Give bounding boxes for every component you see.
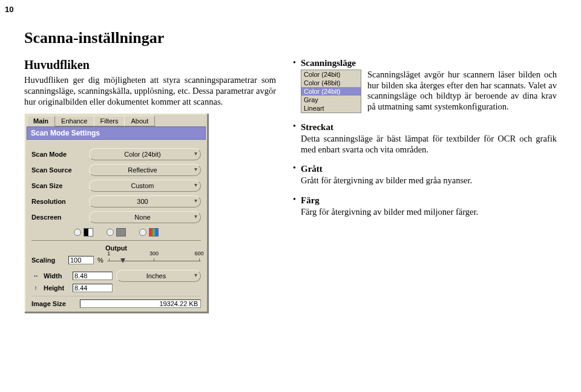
scan-mode-label: Scan Mode [31,151,89,158]
list-item-selected[interactable]: Color (24bit) [301,87,361,96]
width-label: Width [44,272,69,279]
bw-swatch-icon [84,228,93,237]
tick-1: 1 [107,250,110,256]
list-item[interactable]: Lineart [301,104,361,113]
scanningslage-title: Scanningsläge [301,58,557,68]
height-label: Height [44,284,69,292]
descreen-label: Descreen [31,214,89,221]
scan-source-label: Scan Source [31,166,89,174]
tab-main[interactable]: Main [27,116,55,126]
gray-swatch-icon [116,228,126,237]
width-input[interactable]: 8.48 [73,272,113,280]
list-item[interactable]: Color (24bit) [301,70,361,79]
streckat-text: Detta scanningsläge är bäst lämpat för t… [301,134,557,155]
intro-paragraph: Huvudfliken ger dig möjligheten att styr… [24,74,276,107]
bullet-icon: • [293,122,296,155]
page-title: Scanna-inställningar [24,29,557,47]
image-size-value: 19324.22 KB [80,299,201,308]
radio-bw[interactable] [74,228,93,237]
scanningslage-text: Scanningsläget avgör hur scannern läser … [367,70,557,113]
scaling-slider[interactable]: 1 300 600 [107,255,201,265]
scan-mode-options-list: Color (24bit) Color (48bit) Color (24bit… [301,70,361,113]
tick-300: 300 [149,250,159,256]
list-item[interactable]: Gray [301,96,361,104]
bullet-icon: • [293,195,296,218]
scan-source-dropdown[interactable]: Reflective [89,164,201,176]
radio-gray[interactable] [107,228,126,237]
tab-about[interactable]: About [124,116,155,126]
scan-size-label: Scan Size [31,182,89,189]
tab-enhance[interactable]: Enhance [54,116,94,126]
scan-settings-panel: Main Enhance Filters About Scan Mode Set… [24,113,208,313]
image-size-label: Image Size [31,300,80,307]
height-input[interactable]: 8.44 [73,284,113,292]
scan-size-dropdown[interactable]: Custom [89,180,201,192]
bullet-icon: • [293,58,296,113]
tab-filters[interactable]: Filters [94,116,125,126]
gratt-title: Grått [301,164,323,174]
output-label: Output [31,244,201,252]
scaling-percent: % [97,256,103,264]
panel-tabs: Main Enhance Filters About [25,114,207,126]
panel-title: Scan Mode Settings [27,126,206,140]
radio-color[interactable] [139,228,159,237]
farg-text: Färg för återgivning av bilder med miljo… [301,207,478,218]
scaling-label: Scaling [31,256,65,264]
mode-radio-group [31,228,201,237]
descreen-dropdown[interactable]: None [89,211,201,223]
section-heading: Huvudfliken [24,58,276,72]
list-item[interactable]: Color (48bit) [301,79,361,87]
resolution-dropdown[interactable]: 300 [89,195,201,207]
bullet-icon: • [293,163,296,186]
scaling-input[interactable]: 100 [68,256,94,264]
color-swatch-icon [149,228,159,237]
units-dropdown[interactable]: Inches [116,270,201,282]
tick-600: 600 [194,250,203,256]
page-number: 10 [5,5,13,14]
width-icon: ↔ [31,272,40,280]
resolution-label: Resolution [31,198,89,205]
scan-mode-dropdown[interactable]: Color (24bit) [89,148,201,160]
farg-title: Färg [301,195,320,205]
gratt-text: Grått för återgivning av bilder med gråa… [301,175,472,186]
streckat-title: Streckat [301,122,333,132]
height-icon: ↕ [31,284,40,292]
